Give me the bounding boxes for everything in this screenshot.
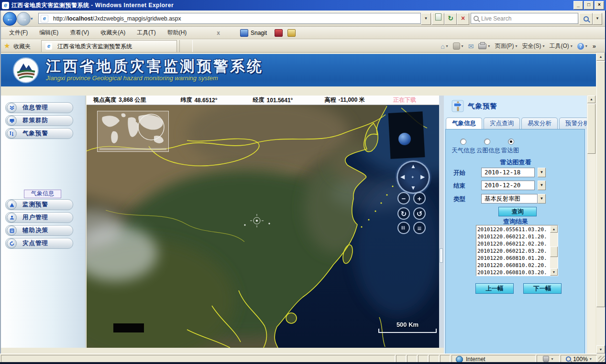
sidebar-submenu-weather-info[interactable]: 气象信息 <box>24 190 61 198</box>
address-dropdown-button[interactable]: ▾ <box>421 13 431 25</box>
history-dropdown-icon[interactable]: ▾ <box>31 16 33 21</box>
maximize-button[interactable]: □ <box>584 1 594 10</box>
scrollbar-thumb[interactable] <box>587 104 595 154</box>
radio-label-cloud[interactable]: 云图信息 <box>476 147 500 155</box>
splitter-handle[interactable] <box>440 248 443 263</box>
minimize-button[interactable]: _ <box>573 1 583 10</box>
list-item[interactable]: 20101220.060810.01.20. <box>477 255 549 262</box>
query-button[interactable]: 查询 <box>498 207 537 216</box>
search-input[interactable]: Live Search <box>471 13 578 24</box>
list-item[interactable]: 20101220.060212.03.20. <box>477 247 549 255</box>
scroll-down-icon[interactable]: ▼ <box>550 268 558 276</box>
next-image-button[interactable]: 下一幅 <box>523 283 562 294</box>
menu-tools[interactable]: 工具(T) <box>132 27 161 38</box>
forward-button[interactable]: → <box>17 12 31 26</box>
browser-vertical-scrollbar[interactable]: ▲ ▼ <box>596 53 605 353</box>
menu-edit[interactable]: 编辑(E) <box>34 27 64 38</box>
overview-minimap[interactable] <box>97 111 169 152</box>
close-button[interactable]: × <box>595 1 604 10</box>
radio-label-weather[interactable]: 天气信息 <box>452 147 475 155</box>
active-tab[interactable]: e 江西省地质灾害监测预警系统 <box>41 40 177 52</box>
rotate-ccw-button[interactable]: ↺ <box>413 207 426 220</box>
start-date-combo[interactable]: 2010-12-18 ▼ <box>481 168 546 177</box>
type-value[interactable]: 基本反射率图 <box>481 194 538 203</box>
sidebar-item-decision-support[interactable]: 辅助决策 <box>5 225 73 236</box>
sidebar-item-group-prevention[interactable]: 群策群防 <box>5 115 73 126</box>
radio-radar-image[interactable] <box>508 139 514 145</box>
home-button[interactable]: ⌂▾ <box>439 42 449 51</box>
zoom-in-button[interactable]: + <box>413 192 426 204</box>
radio-cloud-image[interactable] <box>484 139 490 145</box>
list-item[interactable]: 20101220.060810.03.20. <box>477 269 549 276</box>
read-mail-button[interactable]: ✉ <box>467 42 475 51</box>
pan-left-icon[interactable]: ◀ <box>400 174 405 180</box>
end-date-value[interactable]: 2010-12-20 <box>481 181 535 190</box>
listbox-scrollbar[interactable]: ▲ ▼ <box>550 225 558 276</box>
toolbar-close-button[interactable]: x <box>212 30 225 36</box>
safety-menu-button[interactable]: 安全(S)▾ <box>520 41 546 51</box>
menu-file[interactable]: 文件(F) <box>4 27 33 38</box>
back-button[interactable]: ← <box>3 12 17 26</box>
scroll-down-icon[interactable]: ▼ <box>596 345 605 353</box>
tools-menu-button[interactable]: 工具(O)▾ <box>548 41 573 51</box>
resize-grip[interactable] <box>598 356 605 363</box>
tab-weather-info[interactable]: 气象信息 <box>446 118 482 129</box>
results-listbox[interactable]: 20101220.055611.03.20. 20101220.060212.0… <box>476 225 558 276</box>
tab-disaster-query[interactable]: 灾点查询 <box>484 118 520 129</box>
type-combo[interactable]: 基本反射率图 ▼ <box>481 194 546 203</box>
scroll-up-icon[interactable]: ▲ <box>587 96 595 103</box>
favorites-star-icon[interactable]: ★ <box>4 42 10 50</box>
end-date-dropdown-icon[interactable]: ▼ <box>538 181 546 190</box>
radio-weather-info[interactable] <box>460 139 466 145</box>
end-date-combo[interactable]: 2010-12-20 ▼ <box>481 181 546 190</box>
snagit-capture-icon[interactable] <box>275 29 283 37</box>
sidebar-item-weather-warning[interactable]: 气象预警 <box>5 128 73 139</box>
refresh-button[interactable]: ↻ <box>444 13 457 25</box>
help-menu-button[interactable]: ?▾ <box>576 42 589 51</box>
compatibility-view-button[interactable] <box>432 13 444 25</box>
sidebar-item-user-management[interactable]: 用户管理 <box>5 212 73 223</box>
scroll-up-icon[interactable]: ▲ <box>596 53 605 61</box>
menu-view[interactable]: 查看(V) <box>65 27 94 38</box>
menu-favorites[interactable]: 收藏夹(A) <box>95 27 131 38</box>
tilt-down-button[interactable]: ≡ <box>413 222 426 234</box>
list-item[interactable]: 20101220.055611.03.20. <box>477 226 549 233</box>
splitter[interactable] <box>439 96 444 348</box>
list-item[interactable]: 20101220.060810.02.20. <box>477 262 549 269</box>
new-tab-stub[interactable] <box>179 40 193 52</box>
sidebar-item-disaster-management[interactable]: 灾点管理 <box>5 238 73 249</box>
rotate-cw-button[interactable]: ↻ <box>397 207 410 220</box>
panel-vertical-scrollbar[interactable]: ▲ ▼ <box>587 96 595 353</box>
stop-button[interactable]: × <box>457 13 469 25</box>
favorites-label[interactable]: 收藏夹 <box>13 43 31 51</box>
scrollbar-thumb[interactable] <box>550 246 558 257</box>
snagit-toolbar[interactable]: Snagit <box>240 29 267 37</box>
pan-right-icon[interactable]: ▶ <box>420 174 425 180</box>
menu-help[interactable]: 帮助(H) <box>162 27 192 38</box>
snagit-profile-icon[interactable] <box>287 29 296 37</box>
search-go-button[interactable] <box>579 13 593 25</box>
scrollbar-thumb[interactable] <box>596 61 605 307</box>
previous-image-button[interactable]: 上一幅 <box>475 283 514 294</box>
pan-down-icon[interactable]: ▼ <box>410 185 416 191</box>
tab-susceptibility-analysis[interactable]: 易发分析 <box>521 118 558 129</box>
tilt-up-button[interactable]: ≡ <box>397 222 410 234</box>
sidebar-item-monitor-warning[interactable]: 监测预警 <box>5 199 73 210</box>
radio-label-radar[interactable]: 雷达图 <box>501 147 519 155</box>
type-dropdown-icon[interactable]: ▼ <box>538 194 546 203</box>
pan-up-icon[interactable]: ▲ <box>410 163 416 169</box>
start-date-value[interactable]: 2010-12-18 <box>481 168 535 177</box>
more-commands-chevron[interactable]: » <box>591 43 598 50</box>
tab-warning-analysis[interactable]: 预警分析 <box>559 118 587 129</box>
list-item[interactable]: 20101220.060212.01.20. <box>477 233 549 240</box>
feeds-button[interactable]: ▾ <box>452 42 465 51</box>
scroll-up-icon[interactable]: ▲ <box>550 225 558 233</box>
pan-compass-control[interactable]: ▲ ▼ ◀ ▶ ✦ <box>397 161 430 194</box>
print-button[interactable]: ▾ <box>477 43 491 50</box>
address-field[interactable]: e http://localhost/Jxdzwebgis_mapgis/gri… <box>38 13 421 24</box>
globe-map[interactable]: ▲ ▼ ◀ ▶ ✦ − + ↻ ↺ ≡ ≡ 500 Km <box>87 105 439 348</box>
start-date-dropdown-icon[interactable]: ▼ <box>538 168 546 177</box>
sidebar-item-info-management[interactable]: 信息管理 <box>5 102 73 113</box>
search-dropdown-button[interactable]: ▾ <box>593 13 602 25</box>
zoom-out-button[interactable]: − <box>397 192 410 204</box>
